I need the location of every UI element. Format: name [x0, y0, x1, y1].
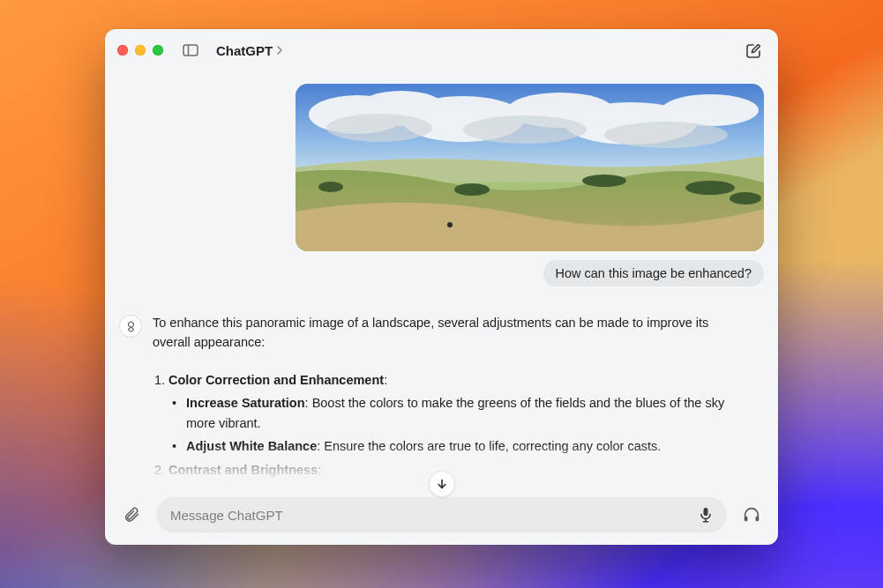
openai-logo-icon [124, 320, 138, 333]
list-sub-text: : Ensure the colors are true to life, co… [317, 439, 661, 453]
headphones-icon [742, 505, 761, 525]
svg-rect-0 [183, 45, 198, 56]
user-message-block: How can this image be enhanced? [119, 80, 764, 287]
chat-scroll-area[interactable]: How can this image be enhanced? To enhan… [105, 71, 778, 488]
svg-point-9 [326, 114, 432, 142]
scroll-to-bottom-button[interactable] [429, 471, 455, 497]
svg-point-15 [685, 181, 735, 195]
assistant-message-body: To enhance this panoramic image of a lan… [153, 313, 735, 488]
window-titlebar: ChatGPT [105, 29, 778, 71]
user-image-attachment[interactable] [296, 84, 764, 251]
svg-rect-23 [756, 517, 760, 522]
user-message-text: How can this image be enhanced? [556, 266, 752, 280]
message-input[interactable] [170, 508, 685, 523]
landscape-photo-icon [296, 84, 764, 251]
arrow-down-icon [436, 478, 448, 490]
list-sub-bold: Adjust White Balance [186, 439, 317, 453]
sidebar-icon [183, 44, 198, 56]
list-item: Increase Saturation: Boost the colors to… [184, 393, 731, 433]
assistant-avatar [119, 315, 142, 338]
svg-rect-22 [745, 517, 748, 522]
message-input-wrap [156, 497, 727, 532]
voice-mode-button[interactable] [737, 501, 766, 529]
assistant-message-block: To enhance this panoramic image of a lan… [119, 313, 764, 488]
new-chat-button[interactable] [741, 38, 766, 63]
list-item: Adjust White Balance: Ensure the colors … [184, 436, 731, 456]
list-sub-text: : To add depth to the image, enhance the… [295, 486, 712, 488]
svg-point-16 [730, 192, 761, 205]
minimize-window-button[interactable] [135, 45, 146, 56]
chevron-right-icon [276, 45, 283, 56]
window-title[interactable]: ChatGPT [216, 43, 273, 58]
svg-point-12 [318, 182, 343, 192]
svg-point-10 [463, 115, 587, 144]
toggle-sidebar-button[interactable] [179, 41, 202, 60]
compose-icon [745, 42, 762, 59]
svg-point-8 [662, 94, 759, 126]
svg-point-17 [447, 222, 453, 227]
close-window-button[interactable] [117, 45, 128, 56]
microphone-icon [699, 507, 713, 523]
list-sub-bold: Increase Contrast [186, 486, 295, 488]
svg-point-13 [454, 183, 490, 196]
svg-point-14 [582, 175, 626, 187]
attach-button[interactable] [117, 501, 146, 529]
list-item: Increase Contrast: To add depth to the i… [184, 483, 731, 488]
paperclip-icon [123, 506, 140, 524]
list-item-title: Color Correction and Enhancement [168, 373, 384, 387]
assistant-intro-text: To enhance this panoramic image of a lan… [153, 313, 731, 353]
fullscreen-window-button[interactable] [153, 45, 163, 56]
microphone-button[interactable] [693, 502, 718, 527]
svg-point-11 [604, 122, 728, 148]
user-message-bubble: How can this image be enhanced? [543, 260, 764, 287]
chatgpt-window: ChatGPT [105, 29, 778, 545]
svg-rect-19 [704, 508, 708, 516]
list-sub-bold: Increase Saturation [186, 396, 305, 410]
list-item-title: Contrast and Brightness [168, 463, 318, 477]
window-traffic-lights [117, 45, 163, 56]
list-item: Color Correction and Enhancement: Increa… [168, 370, 731, 457]
